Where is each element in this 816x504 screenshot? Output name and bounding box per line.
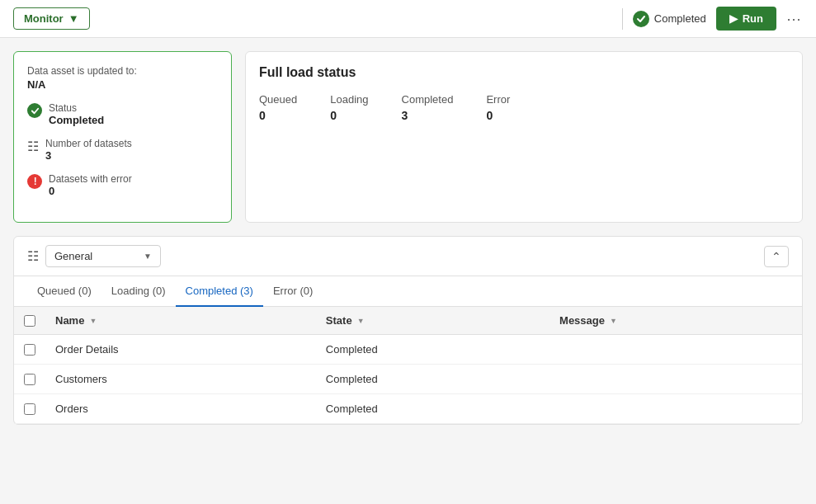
- loading-label: Loading: [330, 93, 368, 106]
- datasets-row: ☷ Number of datasets 3: [27, 138, 218, 162]
- right-panel: Full load status Queued 0 Loading 0 Comp…: [245, 51, 803, 223]
- monitor-label: Monitor: [24, 12, 64, 25]
- panel-subtitle: Data asset is updated to:: [27, 65, 218, 77]
- more-button[interactable]: ⋯: [786, 10, 803, 28]
- completed-status-label: Completed: [402, 93, 454, 106]
- row1-name[interactable]: Order Details: [45, 335, 316, 365]
- th-message: Message ▼: [550, 307, 802, 335]
- error-status-label: Error: [486, 93, 510, 106]
- th-name: Name ▼: [45, 307, 316, 335]
- play-icon: ▶: [729, 12, 738, 25]
- row3-state: Completed: [316, 394, 550, 424]
- message-sort-icon[interactable]: ▼: [610, 317, 617, 325]
- row3-message: [550, 394, 802, 424]
- row2-checkbox-cell: [14, 365, 45, 394]
- row1-message: [550, 335, 802, 365]
- row3-name[interactable]: Orders: [45, 394, 316, 424]
- data-table: Name ▼ State ▼ Message ▼: [14, 307, 802, 424]
- row2-message: [550, 365, 802, 394]
- row1-checkbox-cell: [14, 335, 45, 365]
- queued-value: 0: [259, 109, 297, 122]
- table-row: Customers Completed: [14, 365, 802, 394]
- check-circle-icon: [633, 11, 649, 27]
- status-label: Status: [49, 102, 104, 114]
- dropdown-chevron-icon: ▼: [144, 252, 152, 261]
- chevron-down-icon: ▼: [68, 12, 79, 25]
- monitor-button[interactable]: Monitor ▼: [13, 7, 90, 30]
- panels-row: Data asset is updated to: N/A Status Com…: [13, 51, 803, 223]
- error-icon: !: [27, 174, 42, 189]
- completed-label: Completed: [654, 12, 706, 25]
- table-icon: ☷: [27, 139, 39, 154]
- th-message-label: Message: [559, 314, 605, 327]
- collapse-button[interactable]: ⌃: [764, 246, 789, 267]
- th-name-label: Name: [55, 314, 84, 327]
- state-sort-icon[interactable]: ▼: [357, 317, 365, 325]
- dropdown-label: General: [54, 250, 137, 262]
- error-value: 0: [49, 185, 132, 197]
- right-panel-title: Full load status: [259, 65, 789, 80]
- datasets-value: 3: [45, 149, 132, 162]
- status-queued: Queued 0: [259, 93, 297, 122]
- status-error: Error 0: [486, 93, 510, 122]
- table-row: Orders Completed: [14, 394, 802, 424]
- row3-checkbox[interactable]: [24, 403, 35, 415]
- th-checkbox: [14, 307, 45, 335]
- grid-view-button[interactable]: ☷: [27, 248, 39, 264]
- error-row: ! Datasets with error 0: [27, 173, 218, 197]
- status-check-icon: [27, 103, 42, 118]
- loading-value: 0: [330, 109, 368, 122]
- bottom-toolbar: ☷ General ▼ ⌃: [14, 237, 802, 276]
- status-completed: Completed 3: [402, 93, 454, 122]
- status-info: Status Completed: [49, 102, 104, 126]
- status-value: Completed: [49, 114, 104, 126]
- tab-loading[interactable]: Loading (0): [101, 276, 176, 307]
- main-content: Data asset is updated to: N/A Status Com…: [0, 38, 816, 504]
- completed-badge: Completed: [633, 11, 706, 27]
- error-status-value: 0: [486, 109, 510, 122]
- tab-queued[interactable]: Queued (0): [27, 276, 101, 307]
- run-button[interactable]: ▶ Run: [716, 7, 776, 31]
- tab-completed[interactable]: Completed (3): [176, 276, 263, 307]
- divider: [622, 8, 623, 30]
- status-grid: Queued 0 Loading 0 Completed 3 Error 0: [259, 93, 789, 122]
- svg-text:!: !: [33, 177, 36, 186]
- tabs-row: Queued (0) Loading (0) Completed (3) Err…: [14, 276, 802, 307]
- run-label: Run: [743, 12, 763, 25]
- completed-status-value: 3: [402, 109, 454, 122]
- datasets-label: Number of datasets: [45, 138, 132, 149]
- row3-checkbox-cell: [14, 394, 45, 424]
- datasets-info: Number of datasets 3: [45, 138, 132, 162]
- tab-error[interactable]: Error (0): [263, 276, 323, 307]
- row2-checkbox[interactable]: [24, 374, 35, 385]
- select-all-checkbox[interactable]: [24, 315, 35, 327]
- status-row: Status Completed: [27, 102, 218, 126]
- topbar: Monitor ▼ Completed ▶ Run ⋯: [0, 0, 816, 38]
- toolbar-left: ☷ General ▼: [27, 245, 161, 267]
- row1-checkbox[interactable]: [24, 344, 35, 356]
- name-sort-icon[interactable]: ▼: [89, 317, 97, 325]
- th-state-label: State: [326, 314, 352, 327]
- row2-state: Completed: [316, 365, 550, 394]
- th-state: State ▼: [316, 307, 550, 335]
- row1-state: Completed: [316, 335, 550, 365]
- topbar-right: Completed ▶ Run ⋯: [622, 7, 803, 31]
- row2-name[interactable]: Customers: [45, 365, 316, 394]
- table-header-row: Name ▼ State ▼ Message ▼: [14, 307, 802, 335]
- table-row: Order Details Completed: [14, 335, 802, 365]
- topbar-left: Monitor ▼: [13, 7, 90, 30]
- error-info: Datasets with error 0: [49, 173, 132, 197]
- error-label: Datasets with error: [49, 173, 132, 185]
- bottom-section: ☷ General ▼ ⌃ Queued (0) Loading (0) Com…: [13, 236, 803, 425]
- status-loading: Loading 0: [330, 93, 368, 122]
- queued-label: Queued: [259, 93, 297, 106]
- left-panel: Data asset is updated to: N/A Status Com…: [13, 51, 232, 223]
- general-dropdown[interactable]: General ▼: [45, 245, 161, 267]
- panel-value: N/A: [27, 78, 218, 91]
